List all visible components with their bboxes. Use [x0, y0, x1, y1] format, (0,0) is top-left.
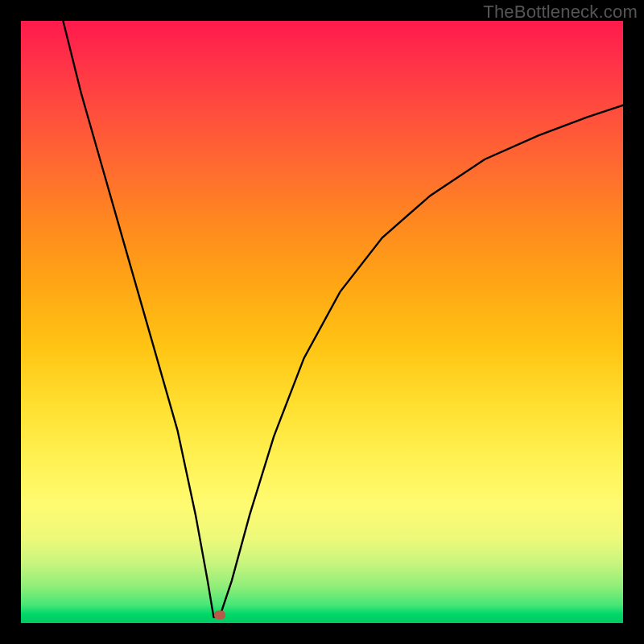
chart-frame: TheBottleneck.com	[0, 0, 644, 644]
plot-gradient-background	[21, 21, 623, 623]
watermark-text: TheBottleneck.com	[483, 2, 638, 23]
optimum-marker	[214, 611, 225, 620]
plot-outer	[21, 21, 623, 623]
